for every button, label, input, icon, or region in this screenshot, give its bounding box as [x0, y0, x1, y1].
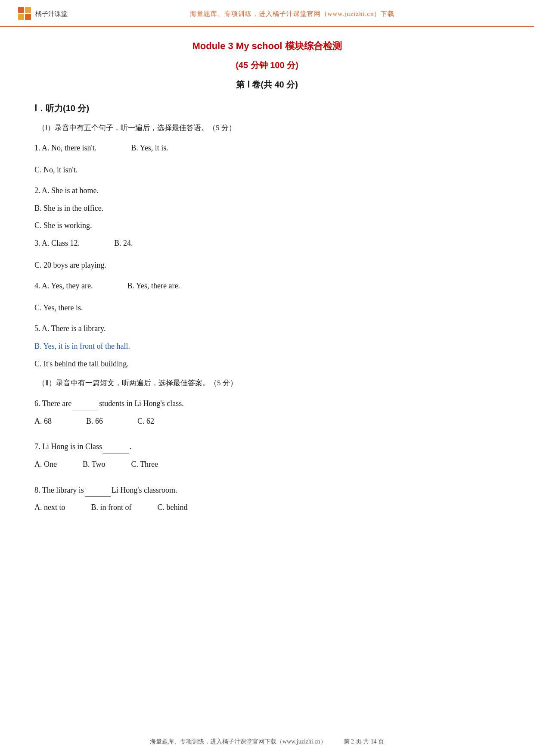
q8-c: C. behind [158, 501, 188, 514]
q2-a: 2. A. She is at home. [34, 184, 500, 197]
svg-rect-2 [18, 14, 24, 20]
q7-text: 7. Li Hong is in Class . [34, 440, 500, 453]
logo-text: 橘子汁课堂 [35, 10, 68, 18]
part2-instruction: （Ⅱ）录音中有一篇短文，听两遍后，选择最佳答案。（5 分） [38, 378, 500, 388]
question-6: 6. There are students in Li Hong's class… [34, 397, 500, 432]
q6-c: C. 62 [137, 415, 154, 428]
q3-ab: 3. A. Class 12. B. 24. [34, 237, 500, 254]
q3-b: B. 24. [114, 237, 133, 250]
q8-b: B. in front of [91, 501, 132, 514]
q6-text: 6. There are students in Li Hong's class… [34, 397, 500, 410]
question-7: 7. Li Hong is in Class . A. One B. Two C… [34, 440, 500, 475]
q7-c: C. Three [131, 458, 158, 471]
q5-b: B. Yes, it is in front of the hall. [34, 340, 500, 353]
page-header: 橘子汁课堂 海量题库、专项训练，进入橘子汁课堂官网（www.juzizhi.cn… [0, 0, 534, 27]
q4-b: B. Yes, there are. [127, 279, 180, 293]
footer-left: 海量题库、专项训练，进入橘子汁课堂官网下载（www.juzizhi.cn） [150, 738, 326, 746]
q2-b: B. She is in the office. [34, 202, 500, 215]
q7-blank [103, 440, 129, 453]
section-roman-title: 第 Ⅰ 卷(共 40 分) [34, 79, 500, 91]
q7-b: B. Two [83, 458, 105, 471]
q6-b: B. 66 [86, 415, 103, 428]
q4-c: C. Yes, there is. [34, 301, 500, 315]
question-5: 5. A. There is a library. B. Yes, it is … [34, 322, 500, 370]
q8-text: 8. The library is Li Hong's classroom. [34, 483, 500, 497]
question-1: 1. A. No, there isn't. B. Yes, it is. C.… [34, 141, 500, 176]
q1-ab: 1. A. No, there isn't. B. Yes, it is. [34, 141, 500, 159]
footer-right: 第 2 页 共 14 页 [344, 738, 385, 746]
main-title: Module 3 My school 模块综合检测 [34, 40, 500, 53]
q1-b: B. Yes, it is. [131, 141, 168, 155]
question-3: 3. A. Class 12. B. 24. C. 20 boys are pl… [34, 237, 500, 272]
q8-blank [85, 483, 111, 497]
q3-a: 3. A. Class 12. [34, 237, 80, 250]
q4-ab: 4. A. Yes, they are. B. Yes, there are. [34, 279, 500, 297]
svg-rect-3 [25, 14, 31, 20]
q6-blank [72, 397, 98, 410]
q1-c: C. No, it isn't. [34, 163, 500, 177]
logo-icon [17, 6, 33, 22]
q1-a: 1. A. No, there isn't. [34, 141, 96, 155]
sub-title: (45 分钟 100 分) [34, 59, 500, 71]
q6-options: A. 68 B. 66 C. 62 [34, 415, 500, 432]
q7-a: A. One [34, 458, 57, 471]
header-slogan: 海量题库、专项训练，进入橘子汁课堂官网（www.juzizhi.cn）下载 [68, 10, 517, 18]
svg-rect-1 [25, 7, 31, 13]
main-content: Module 3 My school 模块综合检测 (45 分钟 100 分) … [0, 27, 534, 561]
page-footer: 海量题库、专项训练，进入橘子汁课堂官网下载（www.juzizhi.cn） 第 … [0, 738, 534, 746]
q3-c: C. 20 boys are playing. [34, 259, 500, 272]
question-4: 4. A. Yes, they are. B. Yes, there are. … [34, 279, 500, 314]
q5-a: 5. A. There is a library. [34, 322, 500, 335]
question-2: 2. A. She is at home. B. She is in the o… [34, 184, 500, 232]
q8-options: A. next to B. in front of C. behind [34, 501, 500, 519]
part1-instruction: （Ⅰ）录音中有五个句子，听一遍后，选择最佳答语。（5 分） [38, 123, 500, 133]
question-8: 8. The library is Li Hong's classroom. A… [34, 483, 500, 519]
q5-c: C. It's behind the tall building. [34, 357, 500, 371]
q7-options: A. One B. Two C. Three [34, 458, 500, 475]
q4-a: 4. A. Yes, they are. [34, 279, 93, 293]
q8-a: A. next to [34, 501, 65, 514]
section1-header: Ⅰ．听力(10 分) [34, 103, 500, 114]
q2-c: C. She is working. [34, 219, 500, 232]
q6-a: A. 68 [34, 415, 52, 428]
logo-area: 橘子汁课堂 [17, 6, 68, 22]
svg-rect-0 [18, 7, 24, 13]
